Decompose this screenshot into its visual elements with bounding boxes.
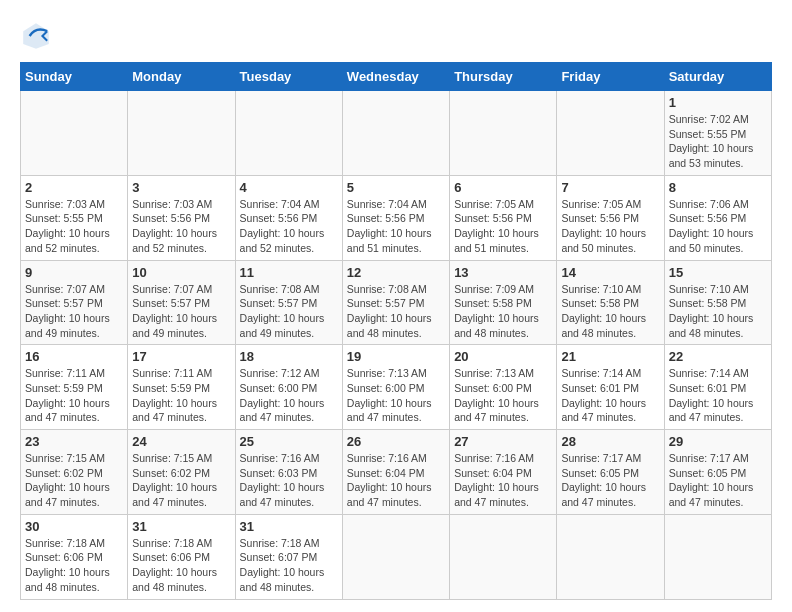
day-info: Sunrise: 7:07 AMSunset: 5:57 PMDaylight:… [132,282,230,341]
calendar-week-row: 9Sunrise: 7:07 AMSunset: 5:57 PMDaylight… [21,260,772,345]
day-info: Sunrise: 7:03 AMSunset: 5:56 PMDaylight:… [132,197,230,256]
day-number: 27 [454,434,552,449]
page-header [20,20,772,52]
day-number: 23 [25,434,123,449]
day-info: Sunrise: 7:07 AMSunset: 5:57 PMDaylight:… [25,282,123,341]
day-info: Sunrise: 7:14 AMSunset: 6:01 PMDaylight:… [669,366,767,425]
calendar-cell: 9Sunrise: 7:07 AMSunset: 5:57 PMDaylight… [21,260,128,345]
day-info: Sunrise: 7:05 AMSunset: 5:56 PMDaylight:… [454,197,552,256]
calendar-cell: 23Sunrise: 7:15 AMSunset: 6:02 PMDayligh… [21,430,128,515]
calendar-cell: 10Sunrise: 7:07 AMSunset: 5:57 PMDayligh… [128,260,235,345]
day-info: Sunrise: 7:15 AMSunset: 6:02 PMDaylight:… [25,451,123,510]
day-number: 14 [561,265,659,280]
day-info: Sunrise: 7:08 AMSunset: 5:57 PMDaylight:… [347,282,445,341]
day-number: 12 [347,265,445,280]
weekday-header-friday: Friday [557,63,664,91]
day-number: 15 [669,265,767,280]
day-number: 6 [454,180,552,195]
day-info: Sunrise: 7:18 AMSunset: 6:07 PMDaylight:… [240,536,338,595]
weekday-header-monday: Monday [128,63,235,91]
day-number: 31 [132,519,230,534]
day-number: 17 [132,349,230,364]
day-info: Sunrise: 7:15 AMSunset: 6:02 PMDaylight:… [132,451,230,510]
day-number: 18 [240,349,338,364]
day-info: Sunrise: 7:10 AMSunset: 5:58 PMDaylight:… [669,282,767,341]
calendar-cell: 3Sunrise: 7:03 AMSunset: 5:56 PMDaylight… [128,175,235,260]
day-info: Sunrise: 7:10 AMSunset: 5:58 PMDaylight:… [561,282,659,341]
calendar-cell: 12Sunrise: 7:08 AMSunset: 5:57 PMDayligh… [342,260,449,345]
calendar-cell: 20Sunrise: 7:13 AMSunset: 6:00 PMDayligh… [450,345,557,430]
weekday-header-tuesday: Tuesday [235,63,342,91]
day-number: 4 [240,180,338,195]
calendar-week-row: 23Sunrise: 7:15 AMSunset: 6:02 PMDayligh… [21,430,772,515]
day-info: Sunrise: 7:03 AMSunset: 5:55 PMDaylight:… [25,197,123,256]
calendar-cell: 15Sunrise: 7:10 AMSunset: 5:58 PMDayligh… [664,260,771,345]
weekday-header-thursday: Thursday [450,63,557,91]
calendar-cell [664,514,771,599]
calendar-cell: 4Sunrise: 7:04 AMSunset: 5:56 PMDaylight… [235,175,342,260]
calendar-cell: 13Sunrise: 7:09 AMSunset: 5:58 PMDayligh… [450,260,557,345]
day-number: 28 [561,434,659,449]
day-number: 31 [240,519,338,534]
weekday-header-saturday: Saturday [664,63,771,91]
calendar-cell [21,91,128,176]
day-info: Sunrise: 7:13 AMSunset: 6:00 PMDaylight:… [347,366,445,425]
calendar-cell: 27Sunrise: 7:16 AMSunset: 6:04 PMDayligh… [450,430,557,515]
weekday-header-row: SundayMondayTuesdayWednesdayThursdayFrid… [21,63,772,91]
calendar-cell: 25Sunrise: 7:16 AMSunset: 6:03 PMDayligh… [235,430,342,515]
calendar-cell [342,514,449,599]
day-number: 13 [454,265,552,280]
calendar-week-row: 2Sunrise: 7:03 AMSunset: 5:55 PMDaylight… [21,175,772,260]
calendar-cell [342,91,449,176]
day-number: 26 [347,434,445,449]
calendar-cell: 21Sunrise: 7:14 AMSunset: 6:01 PMDayligh… [557,345,664,430]
calendar-cell: 31Sunrise: 7:18 AMSunset: 6:07 PMDayligh… [235,514,342,599]
day-number: 19 [347,349,445,364]
calendar-cell: 19Sunrise: 7:13 AMSunset: 6:00 PMDayligh… [342,345,449,430]
calendar-cell: 28Sunrise: 7:17 AMSunset: 6:05 PMDayligh… [557,430,664,515]
day-info: Sunrise: 7:16 AMSunset: 6:04 PMDaylight:… [454,451,552,510]
calendar-cell: 18Sunrise: 7:12 AMSunset: 6:00 PMDayligh… [235,345,342,430]
day-info: Sunrise: 7:11 AMSunset: 5:59 PMDaylight:… [132,366,230,425]
day-info: Sunrise: 7:08 AMSunset: 5:57 PMDaylight:… [240,282,338,341]
calendar-cell: 7Sunrise: 7:05 AMSunset: 5:56 PMDaylight… [557,175,664,260]
day-number: 22 [669,349,767,364]
calendar-week-row: 1Sunrise: 7:02 AMSunset: 5:55 PMDaylight… [21,91,772,176]
calendar-week-row: 16Sunrise: 7:11 AMSunset: 5:59 PMDayligh… [21,345,772,430]
weekday-header-wednesday: Wednesday [342,63,449,91]
calendar-cell: 30Sunrise: 7:18 AMSunset: 6:06 PMDayligh… [21,514,128,599]
day-info: Sunrise: 7:04 AMSunset: 5:56 PMDaylight:… [347,197,445,256]
day-info: Sunrise: 7:12 AMSunset: 6:00 PMDaylight:… [240,366,338,425]
day-number: 25 [240,434,338,449]
calendar-cell: 1Sunrise: 7:02 AMSunset: 5:55 PMDaylight… [664,91,771,176]
calendar-cell: 26Sunrise: 7:16 AMSunset: 6:04 PMDayligh… [342,430,449,515]
day-number: 7 [561,180,659,195]
calendar-cell: 5Sunrise: 7:04 AMSunset: 5:56 PMDaylight… [342,175,449,260]
calendar-cell: 22Sunrise: 7:14 AMSunset: 6:01 PMDayligh… [664,345,771,430]
calendar-cell: 8Sunrise: 7:06 AMSunset: 5:56 PMDaylight… [664,175,771,260]
weekday-header-sunday: Sunday [21,63,128,91]
calendar-week-row: 30Sunrise: 7:18 AMSunset: 6:06 PMDayligh… [21,514,772,599]
day-info: Sunrise: 7:02 AMSunset: 5:55 PMDaylight:… [669,112,767,171]
day-info: Sunrise: 7:18 AMSunset: 6:06 PMDaylight:… [132,536,230,595]
day-info: Sunrise: 7:17 AMSunset: 6:05 PMDaylight:… [669,451,767,510]
day-number: 30 [25,519,123,534]
day-info: Sunrise: 7:16 AMSunset: 6:04 PMDaylight:… [347,451,445,510]
calendar-cell: 11Sunrise: 7:08 AMSunset: 5:57 PMDayligh… [235,260,342,345]
day-number: 24 [132,434,230,449]
calendar-table: SundayMondayTuesdayWednesdayThursdayFrid… [20,62,772,600]
day-info: Sunrise: 7:09 AMSunset: 5:58 PMDaylight:… [454,282,552,341]
day-number: 8 [669,180,767,195]
day-number: 1 [669,95,767,110]
calendar-cell [557,91,664,176]
day-info: Sunrise: 7:11 AMSunset: 5:59 PMDaylight:… [25,366,123,425]
calendar-cell: 29Sunrise: 7:17 AMSunset: 6:05 PMDayligh… [664,430,771,515]
day-info: Sunrise: 7:06 AMSunset: 5:56 PMDaylight:… [669,197,767,256]
day-number: 16 [25,349,123,364]
calendar-cell: 14Sunrise: 7:10 AMSunset: 5:58 PMDayligh… [557,260,664,345]
day-info: Sunrise: 7:17 AMSunset: 6:05 PMDaylight:… [561,451,659,510]
calendar-cell [450,91,557,176]
logo [20,20,56,52]
calendar-cell: 31Sunrise: 7:18 AMSunset: 6:06 PMDayligh… [128,514,235,599]
calendar-cell: 17Sunrise: 7:11 AMSunset: 5:59 PMDayligh… [128,345,235,430]
